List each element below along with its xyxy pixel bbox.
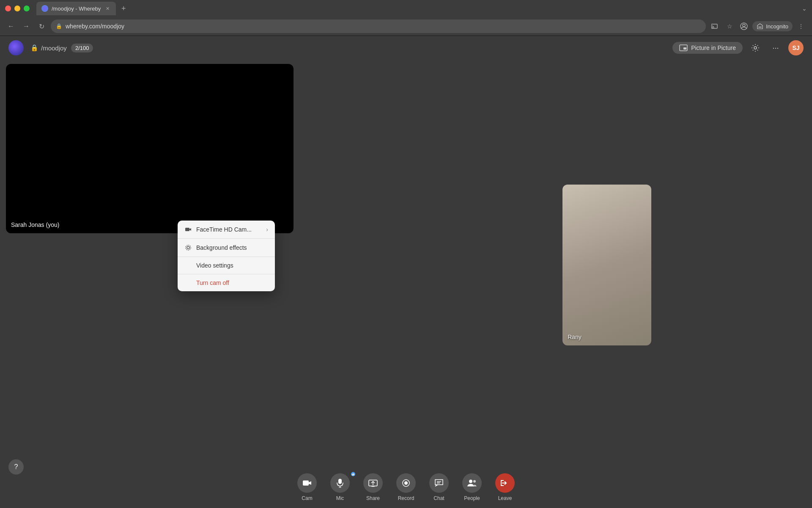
video-settings-label: Video settings xyxy=(196,262,233,269)
svg-point-26 xyxy=(469,480,472,483)
new-tab-button[interactable]: + xyxy=(118,3,129,14)
browser-toolbar: ← → ↻ 🔒 whereby.com/moodjoy ☆ xyxy=(0,17,812,36)
svg-rect-12 xyxy=(338,479,342,484)
mic-button[interactable]: Mic xyxy=(325,472,355,502)
people-icon xyxy=(462,473,482,493)
tab-right-controls: ⌄ xyxy=(802,5,807,12)
people-label: People xyxy=(464,495,480,501)
secondary-video-tile: Rany xyxy=(562,185,651,345)
svg-rect-6 xyxy=(683,47,686,50)
mic-activity-indicator xyxy=(350,471,356,477)
svg-rect-17 xyxy=(354,474,354,475)
tab-close-button[interactable]: ✕ xyxy=(104,5,111,12)
share-button[interactable]: Share xyxy=(358,472,388,502)
profile-icon[interactable] xyxy=(738,20,750,32)
pip-button[interactable]: Picture in Picture xyxy=(672,42,743,54)
submenu-arrow: › xyxy=(266,226,268,233)
svg-point-23 xyxy=(404,481,408,485)
tab-favicon xyxy=(41,5,48,12)
participant-count: 2/100 xyxy=(71,44,93,52)
lock-icon: 🔒 xyxy=(30,44,38,52)
forward-button[interactable]: → xyxy=(20,20,32,32)
menu-item-background[interactable]: Background effects xyxy=(178,239,275,257)
tab-title: /moodjoy - Whereby xyxy=(52,6,101,12)
menu-item-video-settings[interactable]: Video settings xyxy=(178,257,275,274)
svg-point-2 xyxy=(743,24,745,27)
help-label: ? xyxy=(14,463,18,471)
leave-button[interactable]: Leave xyxy=(490,472,520,502)
lock-icon: 🔒 xyxy=(56,23,62,29)
share-label: Share xyxy=(366,495,380,501)
svg-point-4 xyxy=(760,27,762,28)
tab-bar: /moodjoy - Whereby ✕ + ⌄ xyxy=(36,2,807,15)
mic-icon xyxy=(330,473,350,493)
cast-icon[interactable] xyxy=(709,20,721,32)
room-name: /moodjoy xyxy=(41,44,67,52)
leave-label: Leave xyxy=(498,495,512,501)
svg-point-27 xyxy=(473,480,476,483)
chat-button[interactable]: Chat xyxy=(424,472,454,502)
record-label: Record xyxy=(398,495,414,501)
toolbar-right: ☆ Incognito ⋮ xyxy=(709,20,807,32)
minimize-window-button[interactable] xyxy=(14,6,20,11)
app-container: 🔒 /moodjoy 2/100 Picture in Picture xyxy=(0,36,812,508)
more-options-button[interactable]: ··· xyxy=(768,40,783,55)
browser-chrome: /moodjoy - Whereby ✕ + ⌄ ← → ↻ 🔒 whereby… xyxy=(0,0,812,36)
main-video-tile: Sarah Jonas (you) xyxy=(6,64,294,233)
incognito-badge: Incognito xyxy=(752,21,793,31)
lock-room: 🔒 /moodjoy xyxy=(30,44,67,52)
more-menu-icon[interactable]: ⋮ xyxy=(795,20,807,32)
background-effects-icon xyxy=(184,244,192,251)
maximize-window-button[interactable] xyxy=(24,6,30,11)
chat-label: Chat xyxy=(433,495,444,501)
incognito-label: Incognito xyxy=(766,23,788,30)
camera-label: FaceTime HD Cam... xyxy=(196,226,252,233)
app-header: 🔒 /moodjoy 2/100 Picture in Picture xyxy=(0,36,812,60)
bottom-toolbar: Cam Mic xyxy=(0,470,812,508)
camera-menu-icon xyxy=(184,226,192,233)
background-effects-label: Background effects xyxy=(196,244,247,251)
participant-label-rany: Rany xyxy=(568,334,582,340)
turn-cam-off-label: Turn cam off xyxy=(196,279,229,286)
help-button[interactable]: ? xyxy=(8,459,24,475)
leave-icon xyxy=(495,473,515,493)
svg-point-7 xyxy=(754,47,757,49)
traffic-lights xyxy=(5,6,30,11)
menu-item-camera[interactable]: FaceTime HD Cam... › xyxy=(178,221,275,239)
main-content: Sarah Jonas (you) Rany FaceTime HD Cam..… xyxy=(0,60,812,470)
refresh-button[interactable]: ↻ xyxy=(36,20,47,32)
close-window-button[interactable] xyxy=(5,6,11,11)
chat-icon xyxy=(429,473,449,493)
header-right: Picture in Picture ··· SJ xyxy=(672,40,804,55)
user-avatar[interactable]: SJ xyxy=(788,40,804,55)
cam-label: Cam xyxy=(302,495,312,501)
active-tab[interactable]: /moodjoy - Whereby ✕ xyxy=(36,2,116,15)
people-button[interactable]: People xyxy=(457,472,487,502)
mic-label: Mic xyxy=(336,495,344,501)
record-icon xyxy=(396,473,416,493)
svg-point-10 xyxy=(187,246,189,249)
svg-point-9 xyxy=(186,245,191,250)
room-info: 🔒 /moodjoy 2/100 xyxy=(30,44,93,52)
svg-rect-8 xyxy=(185,228,189,231)
share-icon xyxy=(363,473,383,493)
record-button[interactable]: Record xyxy=(391,472,421,502)
menu-item-turn-cam-off[interactable]: Turn cam off xyxy=(178,274,275,291)
url-text: whereby.com/moodjoy xyxy=(66,23,124,30)
cam-icon xyxy=(297,473,317,493)
svg-rect-15 xyxy=(352,474,353,475)
context-menu: FaceTime HD Cam... › Background effects … xyxy=(178,221,275,291)
svg-rect-11 xyxy=(303,480,309,486)
address-bar[interactable]: 🔒 whereby.com/moodjoy xyxy=(51,19,706,33)
browser-titlebar: /moodjoy - Whereby ✕ + ⌄ xyxy=(0,0,812,17)
svg-point-3 xyxy=(759,27,760,28)
participant-label-sarah: Sarah Jonas (you) xyxy=(11,221,59,228)
settings-button[interactable] xyxy=(748,40,763,55)
secondary-video-content xyxy=(562,185,651,345)
app-logo xyxy=(8,40,24,55)
bookmark-icon[interactable]: ☆ xyxy=(724,20,735,32)
back-button[interactable]: ← xyxy=(5,20,17,32)
collapse-icon[interactable]: ⌄ xyxy=(802,5,807,12)
cam-button[interactable]: Cam xyxy=(292,472,322,502)
svg-rect-16 xyxy=(353,473,354,475)
